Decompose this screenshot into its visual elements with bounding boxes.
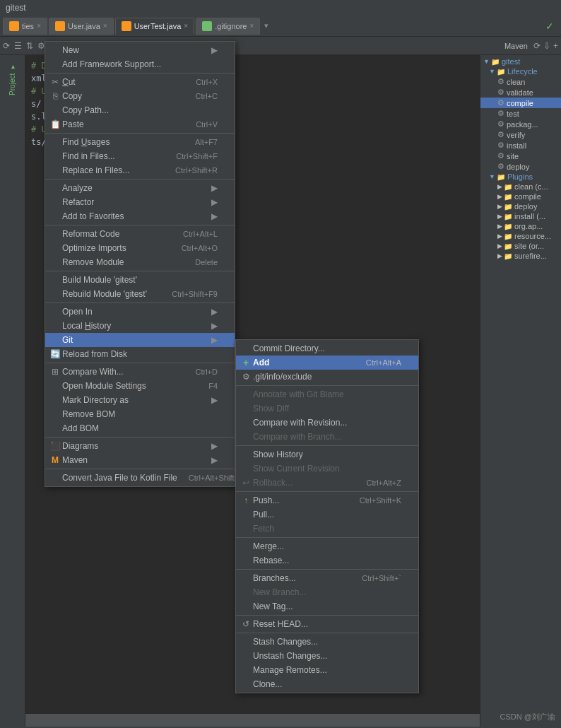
maven-add-icon[interactable]: + [553,41,558,51]
ctx-favorites[interactable]: Add to Favorites ▶ [45,209,235,223]
project-tab[interactable]: Project ▾ [8,61,16,98]
tab-ties[interactable]: ties × [3,18,47,35]
maven-site[interactable]: ⚙ site [480,151,561,161]
ctx-analyze[interactable]: Analyze ▶ [45,181,235,195]
ctx-find-usages[interactable]: Find Usages Alt+F7 [45,135,235,149]
folder-expand-icon: ▼ [483,58,490,65]
close-ties-icon[interactable]: × [37,22,41,30]
folder-plugin-deploy: 📁 [504,203,512,211]
git-stash[interactable]: Stash Changes... [236,635,418,649]
list-icon[interactable]: ☰ [14,41,22,51]
plugins-folder-icon: 📁 [497,173,505,181]
maven-clean[interactable]: ⚙ clean [480,76,561,87]
sync-icon[interactable]: ⟳ [3,41,10,51]
tab-overflow-icon[interactable]: ▾ [264,21,268,30]
arrow-plugin-site: ▶ [497,242,502,249]
ctx-cut[interactable]: ✂ Cut Ctrl+X [45,75,235,89]
ctx-reload[interactable]: 🔄 Reload from Disk [45,347,235,361]
gear-icon-test: ⚙ [497,109,504,118]
maven-install[interactable]: ⚙ install [480,140,561,151]
ctx-rebuild-module[interactable]: Rebuild Module 'gitest' Ctrl+Shift+F9 [45,287,235,301]
ctx-optimize[interactable]: Optimize Imports Ctrl+Alt+O [45,241,235,255]
maven-root[interactable]: ▼ 📁 gitest [480,57,561,66]
arrow-mark-dir-icon: ▶ [206,395,218,405]
ctx-add-framework[interactable]: Add Framework Support... [45,57,235,71]
ctx-diagrams[interactable]: ⬛ Diagrams ▶ [45,439,235,453]
ctx-build-module[interactable]: Build Module 'gitest' [45,273,235,287]
maven-test[interactable]: ⚙ test [480,108,561,119]
maven-plugin-clean[interactable]: ▶ 📁 clean (c... [480,182,561,192]
ctx-remove-bom[interactable]: Remove BOM [45,407,235,421]
ctx-build-module-label: Build Module 'gitest' [62,275,137,285]
git-push[interactable]: ↑ Push... Ctrl+Shift+K [236,493,418,507]
maven-plugin-deploy[interactable]: ▶ 📁 deploy [480,201,561,211]
tab-user[interactable]: User.java × [49,18,114,35]
tab-gitignore[interactable]: .gitignore × [196,18,260,35]
git-commit-dir[interactable]: Commit Directory... [236,341,418,356]
ctx-replace-files[interactable]: Replace in Files... Ctrl+Shift+R [45,163,235,177]
sort-icon[interactable]: ⇅ [26,41,33,51]
ctx-optimize-label: Optimize Imports [62,243,126,253]
maven-validate[interactable]: ⚙ validate [480,87,561,98]
maven-download-icon[interactable]: ⇩ [543,41,550,51]
compare-icon: ⊞ [49,367,61,377]
git-unstash[interactable]: Unstash Changes... [236,649,418,663]
git-new-tag[interactable]: New Tag... [236,599,418,613]
maven-compile[interactable]: ⚙ compile [480,98,561,108]
git-compare-revision[interactable]: Compare with Revision... [236,416,418,430]
git-merge-label: Merge... [253,541,284,551]
ctx-copy-path[interactable]: Copy Path... [45,103,235,117]
maven-root-label: gitest [502,57,520,66]
ctx-maven[interactable]: M Maven ▶ [45,453,235,467]
git-show-history[interactable]: Show History [236,447,418,462]
maven-plugin-org[interactable]: ▶ 📁 org.ap... [480,221,561,231]
ctx-module-settings[interactable]: Open Module Settings F4 [45,379,235,393]
ctx-compare-with[interactable]: ⊞ Compare With... Ctrl+D [45,365,235,379]
maven-plugin-site[interactable]: ▶ 📁 site (or... [480,241,561,251]
maven-verify[interactable]: ⚙ verify [480,129,561,140]
ctx-refactor[interactable]: Refactor ▶ [45,195,235,209]
tab-usertest[interactable]: UserTest.java × [115,18,194,35]
git-rebase[interactable]: Rebase... [236,553,418,568]
ctx-open-in[interactable]: Open In ▶ [45,305,235,319]
ctx-mark-dir[interactable]: Mark Directory as ▶ [45,393,235,407]
close-usertest-icon[interactable]: × [184,22,188,30]
maven-plugins[interactable]: ▼ 📁 Plugins [480,172,561,182]
git-fetch-label: Fetch [253,524,274,534]
git-add[interactable]: + Add Ctrl+Alt+A [236,356,418,370]
ctx-find-files[interactable]: Find in Files... Ctrl+Shift+F [45,149,235,163]
ctx-remove-module[interactable]: Remove Module Delete [45,255,235,269]
watermark: CSDN @刘广渝 [500,712,555,722]
ctx-reformat[interactable]: Reformat Code Ctrl+Alt+L [45,227,235,241]
ctx-convert-kotlin[interactable]: Convert Java File to Kotlin File Ctrl+Al… [45,471,235,485]
close-user-icon[interactable]: × [103,22,107,30]
git-pull[interactable]: Pull... [236,507,418,522]
git-reset-head[interactable]: ↺ Reset HEAD... [236,617,418,631]
maven-package[interactable]: ⚙ packag... [480,119,561,129]
close-gitignore-icon[interactable]: × [249,22,254,30]
ctx-git[interactable]: Git ▶ [45,333,235,347]
git-branches[interactable]: Branches... Ctrl+Shift+` [236,571,418,585]
maven-plugin-surefire[interactable]: ▶ 📁 surefire... [480,251,561,261]
maven-plugin-compile[interactable]: ▶ 📁 compile [480,192,561,201]
git-merge[interactable]: Merge... [236,539,418,553]
git-clone[interactable]: Clone... [236,677,418,691]
git-manage-remotes[interactable]: Manage Remotes... [236,663,418,677]
git-commit-dir-label: Commit Directory... [253,344,325,353]
ctx-paste[interactable]: 📋 Paste Ctrl+V [45,117,235,131]
maven-plugin-resource[interactable]: ▶ 📁 resource... [480,231,561,241]
maven-sync-icon[interactable]: ⟳ [533,41,541,51]
git-fetch: Fetch [236,522,418,536]
plugin-resource-label: resource... [514,232,551,240]
maven-plugin-install[interactable]: ▶ 📁 install (... [480,211,561,221]
ctx-copy[interactable]: ⎘ Copy Ctrl+C [45,89,235,103]
maven-lifecycle[interactable]: ▼ 📁 Lifecycle [480,66,561,76]
git-exclude[interactable]: ⚙ .git/info/exclude [236,370,418,384]
ctx-git-label: Git [62,335,73,345]
ctx-find-files-label: Find in Files... [62,151,115,161]
maven-deploy[interactable]: ⚙ deploy [480,161,561,172]
ctx-local-history[interactable]: Local History ▶ [45,319,235,333]
ctx-new[interactable]: New ▶ [45,43,235,57]
ctx-add-bom[interactable]: Add BOM [45,421,235,435]
plugin-org-label: org.ap... [514,222,543,230]
